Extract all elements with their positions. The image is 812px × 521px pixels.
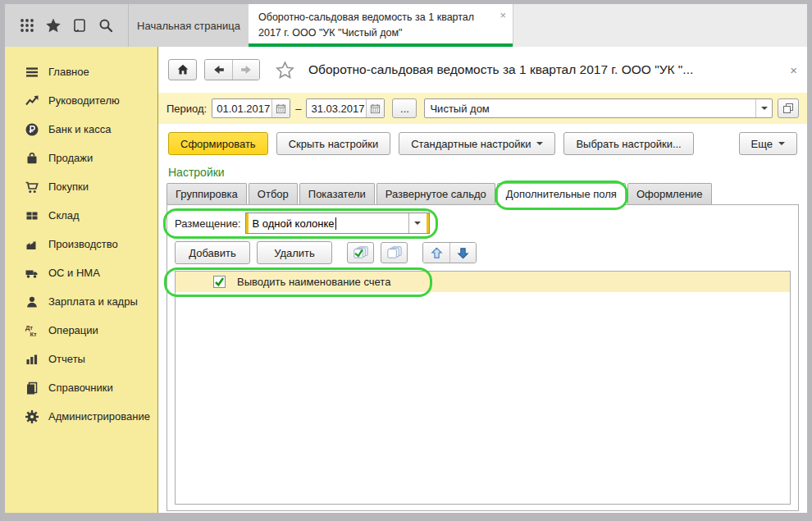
more-actions-label: Еще: [751, 138, 773, 150]
placement-line: Размещение: В одной колонке: [175, 213, 791, 234]
sidebar-item-main[interactable]: Главное: [5, 57, 157, 86]
calendar-button[interactable]: [366, 99, 384, 117]
focus-marker: [427, 213, 429, 233]
trend-icon: [25, 94, 39, 108]
star-outline-icon: [276, 61, 294, 80]
more-actions-button[interactable]: Еще: [739, 132, 797, 155]
sidebar-item-manager[interactable]: Руководителю: [5, 86, 157, 115]
tab-formatting[interactable]: Оформление: [627, 183, 712, 204]
person-icon: [25, 295, 39, 309]
sidebar-item-label: Руководителю: [48, 94, 120, 107]
placement-combobox[interactable]: В одной колонке: [245, 213, 430, 234]
organization-dropdown-button[interactable]: [755, 99, 772, 117]
select-settings-button[interactable]: Выбрать настройки...: [563, 132, 693, 155]
move-down-icon: [456, 246, 470, 260]
tab-report-active[interactable]: Оборотно-сальдовая ведомость за 1 кварта…: [249, 4, 513, 47]
forward-button[interactable]: [232, 60, 259, 80]
ruble-icon: [25, 122, 39, 137]
bar-chart-icon: [25, 352, 39, 367]
tab-home-page[interactable]: Начальная страница: [128, 4, 249, 47]
additional-fields-panel: Размещение: В одной колонке: [167, 204, 799, 511]
sidebar-item-production[interactable]: Производство: [5, 230, 157, 258]
back-button[interactable]: [205, 60, 232, 80]
sidebar-item-label: Покупки: [48, 181, 89, 193]
factory-icon: [25, 237, 39, 252]
sidebar-item-label: ОС и НМА: [48, 267, 100, 279]
report-toolbar: Сформировать Скрыть настройки Стандартны…: [158, 124, 807, 163]
tab-grouping[interactable]: Группировка: [167, 183, 247, 204]
sidebar-item-administration[interactable]: Администрирование: [5, 402, 157, 431]
uncheck-all-button[interactable]: [381, 242, 408, 263]
sidebar-item-sales[interactable]: Продажи: [5, 144, 157, 172]
organization-open-button[interactable]: [778, 98, 799, 118]
forward-arrow-icon: [239, 62, 253, 77]
list-row[interactable]: Выводить наименование счета: [176, 272, 790, 292]
sidebar-item-payroll[interactable]: Зарплата и кадры: [5, 287, 157, 316]
period-label: Период:: [167, 103, 207, 115]
placement-dropdown-button[interactable]: [408, 213, 427, 233]
checkmark-icon: [213, 276, 226, 288]
open-in-window-icon: [782, 103, 794, 114]
tab-expanded-balance[interactable]: Развернутое сальдо: [376, 183, 495, 204]
organization-field[interactable]: Чистый дом: [424, 98, 773, 118]
tab-home-label: Начальная страница: [137, 20, 240, 32]
active-tab-underline: [249, 43, 513, 47]
history-icon[interactable]: [69, 15, 90, 36]
svg-text:Кт: Кт: [30, 331, 38, 338]
hide-settings-button[interactable]: Скрыть настройки: [276, 132, 391, 155]
fields-list-toolbar: Добавить Удалить: [175, 241, 791, 264]
sidebar-item-operations[interactable]: Дт Кт Операции: [5, 316, 157, 345]
calendar-button[interactable]: [271, 99, 290, 117]
tab-additional-fields[interactable]: Дополнительные поля: [497, 183, 626, 205]
favorites-star-icon[interactable]: [43, 15, 64, 36]
period-from-field[interactable]: 01.01.2017: [212, 98, 290, 118]
standard-settings-button[interactable]: Стандартные настройки: [399, 132, 555, 155]
catalog-icon: [25, 381, 39, 395]
generate-button[interactable]: Сформировать: [168, 132, 268, 155]
top-toolbar: Начальная страница Оборотно-сальдовая ве…: [5, 4, 807, 47]
sidebar-item-warehouse[interactable]: Склад: [5, 201, 157, 230]
sidebar-item-label: Продажи: [48, 152, 93, 164]
text-caret: [335, 217, 336, 230]
placement-label: Размещение:: [175, 217, 241, 230]
sidebar-item-label: Администрирование: [48, 410, 150, 423]
period-dash: –: [295, 103, 301, 115]
field-label: Выводить наименование счета: [237, 276, 390, 288]
tab-selection[interactable]: Отбор: [249, 183, 298, 204]
sidebar-item-label: Зарплата и кадры: [48, 295, 138, 308]
tab-close-icon[interactable]: ×: [500, 7, 506, 24]
period-from-value[interactable]: 01.01.2017: [212, 99, 271, 117]
report-form: Оборотно-сальдовая ведомость за 1 кварта…: [158, 47, 807, 513]
organization-value[interactable]: Чистый дом: [425, 99, 755, 117]
standard-settings-label: Стандартные настройки: [411, 138, 531, 150]
apps-menu-icon[interactable]: [16, 15, 38, 36]
add-button[interactable]: Добавить: [175, 241, 250, 264]
sidebar-item-bank-cash[interactable]: Банк и касса: [5, 115, 157, 144]
sidebar-item-label: Производство: [48, 238, 118, 250]
move-up-button[interactable]: [423, 243, 449, 263]
form-close-icon[interactable]: ×: [790, 63, 797, 77]
check-all-button[interactable]: [347, 242, 374, 263]
period-to-field[interactable]: 31.03.2017: [306, 98, 385, 118]
period-choice-button[interactable]: ...: [392, 98, 417, 118]
period-to-value[interactable]: 31.03.2017: [307, 99, 366, 117]
quick-panel: [5, 4, 128, 47]
period-bar: Период: 01.01.2017: [158, 93, 807, 124]
search-icon[interactable]: [95, 15, 116, 36]
sidebar-item-reports[interactable]: Отчеты: [5, 345, 157, 373]
sidebar-item-purchases[interactable]: Покупки: [5, 172, 157, 201]
delete-button[interactable]: Удалить: [257, 241, 332, 264]
tab-strip-empty: [513, 4, 807, 47]
sidebar-item-label: Главное: [48, 66, 89, 78]
gear-icon: [25, 409, 39, 424]
field-checkbox[interactable]: [213, 276, 226, 288]
favorite-toggle-button[interactable]: [276, 61, 294, 80]
sidebar-item-fixed-assets[interactable]: ОС и НМА: [5, 258, 157, 287]
tab-report-label-line1: Оборотно-сальдовая ведомость за 1 кварта…: [258, 10, 491, 25]
home-button[interactable]: [168, 59, 197, 80]
sidebar-item-label: Банк и касса: [48, 123, 112, 135]
tab-indicators[interactable]: Показатели: [299, 183, 375, 204]
placement-value[interactable]: В одной колонке: [249, 213, 408, 233]
sidebar-item-catalogs[interactable]: Справочники: [5, 373, 157, 402]
move-down-button[interactable]: [449, 243, 476, 263]
